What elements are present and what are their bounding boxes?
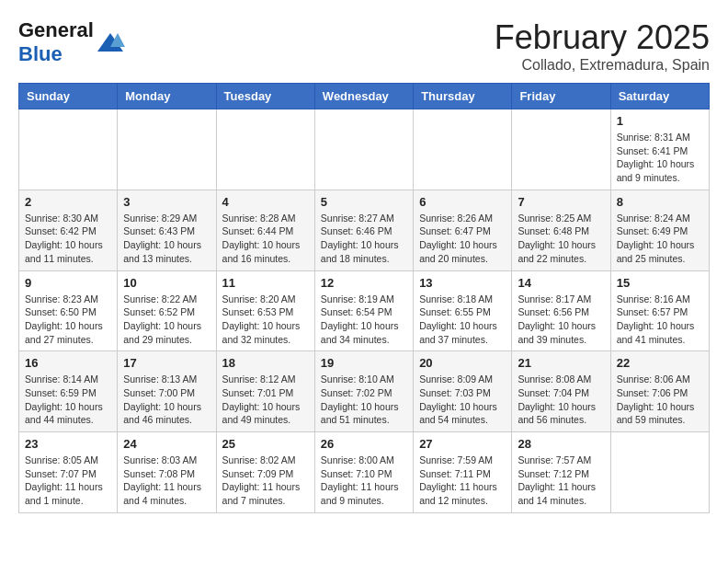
day-info: Sunrise: 8:05 AMSunset: 7:07 PMDaylight:… [25, 454, 111, 508]
day-info: Sunrise: 8:02 AMSunset: 7:09 PMDaylight:… [222, 454, 309, 508]
week-row-5: 23Sunrise: 8:05 AMSunset: 7:07 PMDayligh… [19, 432, 710, 513]
day-number: 15 [617, 276, 703, 290]
day-info: Sunrise: 8:20 AMSunset: 6:53 PMDaylight:… [222, 293, 309, 347]
calendar-cell: 1Sunrise: 8:31 AMSunset: 6:41 PMDaylight… [610, 109, 709, 190]
calendar-cell: 26Sunrise: 8:00 AMSunset: 7:10 PMDayligh… [314, 432, 413, 513]
calendar-cell: 22Sunrise: 8:06 AMSunset: 7:06 PMDayligh… [610, 351, 709, 432]
day-number: 14 [518, 276, 604, 290]
day-info: Sunrise: 8:06 AMSunset: 7:06 PMDaylight:… [617, 373, 703, 427]
weekday-header-wednesday: Wednesday [314, 84, 413, 109]
day-number: 12 [321, 276, 407, 290]
weekday-header-sunday: Sunday [19, 84, 118, 109]
calendar-cell: 20Sunrise: 8:09 AMSunset: 7:03 PMDayligh… [414, 351, 512, 432]
day-number: 1 [617, 114, 703, 128]
location: Collado, Extremadura, Spain [495, 57, 710, 74]
week-row-4: 16Sunrise: 8:14 AMSunset: 6:59 PMDayligh… [19, 351, 710, 432]
calendar-cell: 8Sunrise: 8:24 AMSunset: 6:49 PMDaylight… [610, 190, 709, 270]
day-info: Sunrise: 8:25 AMSunset: 6:48 PMDaylight:… [518, 212, 604, 266]
day-number: 13 [419, 276, 506, 290]
day-number: 28 [518, 437, 604, 451]
day-number: 16 [25, 356, 111, 370]
weekday-header-saturday: Saturday [610, 84, 709, 109]
day-info: Sunrise: 8:16 AMSunset: 6:57 PMDaylight:… [617, 293, 703, 347]
calendar-cell: 17Sunrise: 8:13 AMSunset: 7:00 PMDayligh… [118, 351, 216, 432]
title-area: February 2025 Collado, Extremadura, Spai… [495, 18, 710, 74]
day-info: Sunrise: 8:14 AMSunset: 6:59 PMDaylight:… [25, 373, 111, 427]
calendar-cell [19, 109, 118, 190]
calendar-cell: 23Sunrise: 8:05 AMSunset: 7:07 PMDayligh… [19, 432, 118, 513]
day-info: Sunrise: 8:12 AMSunset: 7:01 PMDaylight:… [222, 373, 309, 427]
day-number: 23 [25, 437, 111, 451]
day-number: 22 [617, 356, 703, 370]
week-row-3: 9Sunrise: 8:23 AMSunset: 6:50 PMDaylight… [19, 270, 710, 351]
logo-general: General Blue [18, 18, 94, 66]
calendar-cell: 13Sunrise: 8:18 AMSunset: 6:55 PMDayligh… [414, 270, 512, 351]
day-info: Sunrise: 8:22 AMSunset: 6:52 PMDaylight:… [123, 293, 210, 347]
calendar-cell: 6Sunrise: 8:26 AMSunset: 6:47 PMDaylight… [414, 190, 512, 270]
day-number: 7 [518, 195, 604, 209]
day-info: Sunrise: 8:19 AMSunset: 6:54 PMDaylight:… [321, 293, 407, 347]
calendar-cell: 27Sunrise: 7:59 AMSunset: 7:11 PMDayligh… [414, 432, 512, 513]
weekday-header-row: SundayMondayTuesdayWednesdayThursdayFrid… [19, 84, 710, 109]
day-info: Sunrise: 8:30 AMSunset: 6:42 PMDaylight:… [25, 212, 111, 266]
weekday-header-tuesday: Tuesday [216, 84, 314, 109]
calendar-cell: 9Sunrise: 8:23 AMSunset: 6:50 PMDaylight… [19, 270, 118, 351]
day-number: 5 [321, 195, 407, 209]
day-info: Sunrise: 8:00 AMSunset: 7:10 PMDaylight:… [321, 454, 407, 508]
day-number: 18 [222, 356, 309, 370]
day-number: 26 [321, 437, 407, 451]
day-number: 11 [222, 276, 309, 290]
calendar-cell: 2Sunrise: 8:30 AMSunset: 6:42 PMDaylight… [19, 190, 118, 270]
calendar-cell: 14Sunrise: 8:17 AMSunset: 6:56 PMDayligh… [512, 270, 610, 351]
day-info: Sunrise: 8:13 AMSunset: 7:00 PMDaylight:… [123, 373, 210, 427]
day-info: Sunrise: 8:09 AMSunset: 7:03 PMDaylight:… [419, 373, 506, 427]
day-info: Sunrise: 8:17 AMSunset: 6:56 PMDaylight:… [518, 293, 604, 347]
day-number: 27 [419, 437, 506, 451]
calendar-cell: 7Sunrise: 8:25 AMSunset: 6:48 PMDaylight… [512, 190, 610, 270]
day-number: 9 [25, 276, 111, 290]
day-number: 17 [123, 356, 210, 370]
calendar-cell [118, 109, 216, 190]
week-row-1: 1Sunrise: 8:31 AMSunset: 6:41 PMDaylight… [19, 109, 710, 190]
day-info: Sunrise: 8:26 AMSunset: 6:47 PMDaylight:… [419, 212, 506, 266]
day-number: 19 [321, 356, 407, 370]
calendar-cell: 16Sunrise: 8:14 AMSunset: 6:59 PMDayligh… [19, 351, 118, 432]
calendar-table: SundayMondayTuesdayWednesdayThursdayFrid… [18, 83, 710, 513]
weekday-header-monday: Monday [118, 84, 216, 109]
calendar-cell: 18Sunrise: 8:12 AMSunset: 7:01 PMDayligh… [216, 351, 314, 432]
day-info: Sunrise: 8:29 AMSunset: 6:43 PMDaylight:… [123, 212, 210, 266]
day-number: 21 [518, 356, 604, 370]
day-info: Sunrise: 7:57 AMSunset: 7:12 PMDaylight:… [518, 454, 604, 508]
calendar-cell: 10Sunrise: 8:22 AMSunset: 6:52 PMDayligh… [118, 270, 216, 351]
calendar-cell: 25Sunrise: 8:02 AMSunset: 7:09 PMDayligh… [216, 432, 314, 513]
calendar-cell [414, 109, 512, 190]
calendar-cell: 5Sunrise: 8:27 AMSunset: 6:46 PMDaylight… [314, 190, 413, 270]
day-number: 10 [123, 276, 210, 290]
day-info: Sunrise: 7:59 AMSunset: 7:11 PMDaylight:… [419, 454, 506, 508]
day-number: 20 [419, 356, 506, 370]
day-number: 6 [419, 195, 506, 209]
header: General Blue February 2025 Collado, Extr… [18, 18, 710, 74]
logo-icon [97, 29, 125, 56]
day-info: Sunrise: 8:18 AMSunset: 6:55 PMDaylight:… [419, 293, 506, 347]
day-number: 24 [123, 437, 210, 451]
calendar-cell: 15Sunrise: 8:16 AMSunset: 6:57 PMDayligh… [610, 270, 709, 351]
day-info: Sunrise: 8:31 AMSunset: 6:41 PMDaylight:… [617, 131, 703, 185]
logo: General Blue [18, 18, 125, 66]
day-info: Sunrise: 8:03 AMSunset: 7:08 PMDaylight:… [123, 454, 210, 508]
day-info: Sunrise: 8:27 AMSunset: 6:46 PMDaylight:… [321, 212, 407, 266]
day-number: 25 [222, 437, 309, 451]
calendar-cell: 24Sunrise: 8:03 AMSunset: 7:08 PMDayligh… [118, 432, 216, 513]
week-row-2: 2Sunrise: 8:30 AMSunset: 6:42 PMDaylight… [19, 190, 710, 270]
calendar-cell: 12Sunrise: 8:19 AMSunset: 6:54 PMDayligh… [314, 270, 413, 351]
day-info: Sunrise: 8:23 AMSunset: 6:50 PMDaylight:… [25, 293, 111, 347]
calendar-cell [610, 432, 709, 513]
calendar-cell: 21Sunrise: 8:08 AMSunset: 7:04 PMDayligh… [512, 351, 610, 432]
month-title: February 2025 [495, 18, 710, 57]
calendar-cell: 28Sunrise: 7:57 AMSunset: 7:12 PMDayligh… [512, 432, 610, 513]
calendar-cell: 19Sunrise: 8:10 AMSunset: 7:02 PMDayligh… [314, 351, 413, 432]
calendar-cell [512, 109, 610, 190]
day-info: Sunrise: 8:28 AMSunset: 6:44 PMDaylight:… [222, 212, 309, 266]
day-info: Sunrise: 8:08 AMSunset: 7:04 PMDaylight:… [518, 373, 604, 427]
day-info: Sunrise: 8:24 AMSunset: 6:49 PMDaylight:… [617, 212, 703, 266]
